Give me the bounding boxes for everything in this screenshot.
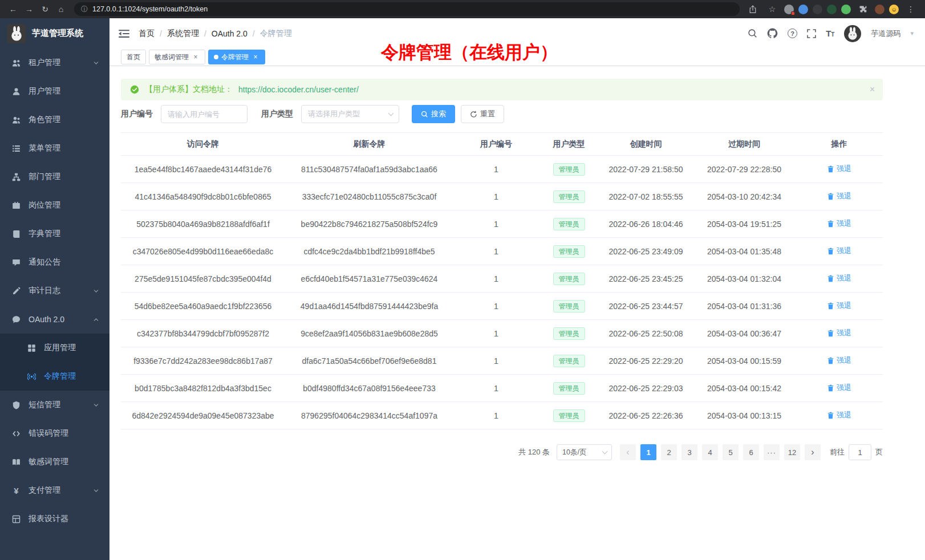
- page-button-12[interactable]: 12: [784, 444, 800, 460]
- page-button-6[interactable]: 6: [743, 444, 759, 460]
- sidebar-item-sms[interactable]: 短信管理: [0, 391, 109, 419]
- browser-back-icon[interactable]: ←: [6, 2, 21, 16]
- fullscreen-icon[interactable]: [807, 29, 816, 38]
- user-type-badge: 管理员: [553, 355, 585, 367]
- extension-icon[interactable]: [827, 5, 837, 14]
- site-info-icon[interactable]: ⓘ: [81, 5, 88, 14]
- sidebar-item-oauth2-app[interactable]: 应用管理: [0, 334, 109, 362]
- force-logout-button[interactable]: 强退: [827, 164, 851, 174]
- force-logout-button[interactable]: 强退: [827, 218, 851, 229]
- github-icon[interactable]: [767, 28, 778, 39]
- sidebar-item-tenant[interactable]: 租户管理: [0, 48, 109, 77]
- force-logout-button[interactable]: 强退: [827, 246, 851, 256]
- user-type-select[interactable]: 请选择用户类型: [301, 105, 399, 123]
- breadcrumb-home[interactable]: 首页: [139, 29, 155, 39]
- page-button-1[interactable]: 1: [640, 444, 656, 460]
- help-icon[interactable]: ?: [788, 29, 797, 38]
- sidebar-item-post[interactable]: 岗位管理: [0, 191, 109, 220]
- sidebar-item-sensitive-word[interactable]: 敏感词管理: [0, 448, 109, 476]
- force-logout-label: 强退: [837, 301, 851, 311]
- page-ellipsis[interactable]: ···: [764, 444, 780, 460]
- breadcrumb-oauth[interactable]: OAuth 2.0: [212, 29, 248, 38]
- chevron-down-icon: [602, 449, 608, 455]
- app-logo[interactable]: 芋道管理系统: [0, 18, 109, 48]
- goto-page-input[interactable]: [849, 444, 871, 460]
- sidebar-item-oauth2-token[interactable]: 令牌管理: [0, 362, 109, 391]
- user-avatar[interactable]: [844, 25, 861, 42]
- cell-user-id: 1: [453, 238, 539, 265]
- extension-icon[interactable]: [784, 5, 794, 14]
- cell-user-type: 管理员: [539, 238, 599, 265]
- sidebar-item-label: 令牌管理: [44, 371, 105, 382]
- tab-label: 令牌管理: [221, 52, 249, 62]
- close-tab-icon[interactable]: ×: [192, 53, 200, 61]
- browser-forward-icon[interactable]: →: [22, 2, 36, 16]
- extension-icon[interactable]: [875, 5, 885, 14]
- tab-token-management[interactable]: 令牌管理 ×: [208, 50, 265, 64]
- share-icon[interactable]: [745, 2, 760, 16]
- sidebar-item-user[interactable]: 用户管理: [0, 77, 109, 105]
- doc-link[interactable]: https://doc.iocoder.cn/user-center/: [238, 85, 359, 94]
- browser-url-bar[interactable]: ⓘ 127.0.0.1:1024/system/oauth2/token: [74, 2, 740, 16]
- sidebar-item-audit-log[interactable]: 审计日志: [0, 277, 109, 305]
- search-icon[interactable]: [748, 29, 757, 38]
- sidebar-item-notice[interactable]: 通知公告: [0, 248, 109, 277]
- bookmark-star-icon[interactable]: ☆: [765, 2, 780, 16]
- next-page-button[interactable]: ›: [805, 444, 821, 460]
- page-button-5[interactable]: 5: [723, 444, 739, 460]
- sidebar-item-menu[interactable]: 菜单管理: [0, 134, 109, 163]
- search-button[interactable]: 搜索: [412, 105, 455, 123]
- table-row: b0d1785bc3a8482f812db4a3f3bd15ecb0df4980…: [121, 375, 883, 402]
- page-button-3[interactable]: 3: [681, 444, 697, 460]
- cell-actions: 强退: [796, 238, 883, 265]
- hamburger-icon[interactable]: [119, 29, 129, 38]
- prev-page-button[interactable]: ‹: [620, 444, 636, 460]
- reset-button[interactable]: 重置: [461, 105, 504, 123]
- force-logout-button[interactable]: 强退: [827, 383, 851, 393]
- browser-menu-icon[interactable]: ⋮: [903, 2, 918, 16]
- cell-access-token: 54d6be82ee5a460a9aedc1f9bf223656: [121, 293, 285, 320]
- close-alert-icon[interactable]: ×: [870, 84, 875, 95]
- page-button-2[interactable]: 2: [661, 444, 677, 460]
- cell-created-time: 2022-06-25 23:45:25: [599, 265, 693, 293]
- username[interactable]: 芋道源码: [871, 29, 900, 39]
- force-logout-button[interactable]: 强退: [827, 328, 851, 338]
- chevron-down-icon[interactable]: ▾: [910, 30, 914, 37]
- sidebar-item-report-designer[interactable]: 报表设计器: [0, 505, 109, 533]
- cell-created-time: 2022-07-02 18:55:55: [599, 183, 693, 210]
- force-logout-label: 强退: [837, 164, 851, 174]
- browser-reload-icon[interactable]: ↻: [38, 2, 52, 16]
- sidebar-item-pay[interactable]: ¥支付管理: [0, 476, 109, 505]
- sidebar-item-oauth2[interactable]: OAuth 2.0: [0, 305, 109, 334]
- extension-icon[interactable]: [813, 5, 822, 14]
- force-logout-button[interactable]: 强退: [827, 191, 851, 201]
- close-tab-icon[interactable]: ×: [251, 53, 259, 61]
- cell-access-token: 502375b8040a469a9b82188afdf6af1f: [121, 210, 285, 238]
- cell-expire-time: 2054-03-04 00:13:15: [693, 402, 796, 429]
- browser-profile-avatar[interactable]: ☺: [889, 5, 899, 14]
- page-size-select[interactable]: 10条/页: [557, 444, 612, 460]
- sidebar-item-role[interactable]: 角色管理: [0, 105, 109, 134]
- force-logout-button[interactable]: 强退: [827, 301, 851, 311]
- force-logout-button[interactable]: 强退: [827, 355, 851, 366]
- force-logout-button[interactable]: 强退: [827, 273, 851, 283]
- cell-actions: 强退: [796, 402, 883, 429]
- sidebar-item-label: 敏感词管理: [29, 457, 105, 467]
- browser-home-icon[interactable]: ⌂: [54, 2, 68, 16]
- breadcrumb-system[interactable]: 系统管理: [167, 29, 199, 39]
- user-id-input[interactable]: [161, 105, 248, 123]
- extension-icon[interactable]: [798, 5, 808, 14]
- page-button-4[interactable]: 4: [702, 444, 718, 460]
- force-logout-button[interactable]: 强退: [827, 410, 851, 420]
- tab-home[interactable]: 首页: [121, 50, 146, 64]
- font-size-icon[interactable]: TT: [826, 29, 834, 38]
- tab-sensitive-words[interactable]: 敏感词管理 ×: [149, 50, 205, 64]
- extensions-puzzle-icon[interactable]: [855, 2, 870, 16]
- sidebar-item-dict[interactable]: 字典管理: [0, 220, 109, 248]
- cell-user-id: 1: [453, 156, 539, 183]
- sidebar-item-dept[interactable]: 部门管理: [0, 163, 109, 191]
- extension-icon[interactable]: [841, 5, 851, 14]
- sidebar-item-error-code[interactable]: 错误码管理: [0, 419, 109, 448]
- goto-page: 前往 页: [830, 444, 883, 460]
- sidebar-item-label: 用户管理: [29, 86, 105, 96]
